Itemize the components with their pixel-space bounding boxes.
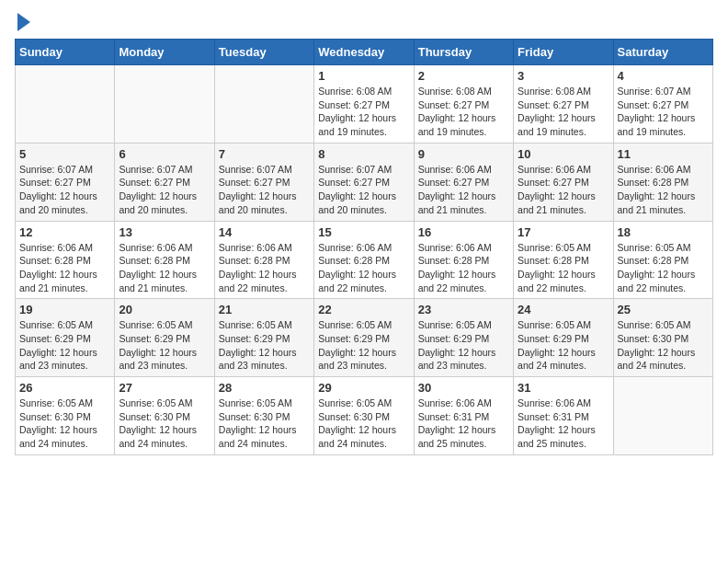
day-number: 23 — [418, 303, 509, 316]
day-number: 31 — [518, 381, 609, 395]
calendar-cell: 24Sunrise: 6:05 AM Sunset: 6:29 PM Dayli… — [514, 299, 613, 377]
calendar-week-row: 19Sunrise: 6:05 AM Sunset: 6:29 PM Dayli… — [16, 299, 713, 377]
calendar-cell: 10Sunrise: 6:06 AM Sunset: 6:27 PM Dayli… — [514, 143, 613, 221]
calendar-cell: 29Sunrise: 6:05 AM Sunset: 6:30 PM Dayli… — [314, 377, 414, 455]
calendar-cell: 6Sunrise: 6:07 AM Sunset: 6:27 PM Daylig… — [115, 143, 214, 221]
logo — [15, 15, 30, 28]
day-info: Sunrise: 6:07 AM Sunset: 6:27 PM Dayligh… — [19, 163, 110, 217]
day-info: Sunrise: 6:06 AM Sunset: 6:27 PM Dayligh… — [518, 163, 609, 217]
day-number: 16 — [418, 225, 509, 239]
calendar-cell: 9Sunrise: 6:06 AM Sunset: 6:27 PM Daylig… — [414, 143, 513, 221]
calendar-cell: 12Sunrise: 6:06 AM Sunset: 6:28 PM Dayli… — [16, 221, 115, 299]
day-number: 21 — [219, 303, 310, 316]
day-info: Sunrise: 6:05 AM Sunset: 6:30 PM Dayligh… — [19, 396, 110, 451]
calendar-header-monday: Monday — [115, 40, 214, 65]
day-number: 1 — [318, 69, 409, 83]
day-info: Sunrise: 6:05 AM Sunset: 6:30 PM Dayligh… — [219, 396, 310, 451]
calendar-cell: 16Sunrise: 6:06 AM Sunset: 6:28 PM Dayli… — [414, 221, 513, 299]
calendar-cell — [16, 65, 115, 144]
day-info: Sunrise: 6:06 AM Sunset: 6:31 PM Dayligh… — [518, 396, 609, 451]
calendar-cell: 4Sunrise: 6:07 AM Sunset: 6:27 PM Daylig… — [613, 65, 712, 144]
day-info: Sunrise: 6:05 AM Sunset: 6:29 PM Dayligh… — [19, 318, 110, 373]
day-number: 7 — [219, 147, 310, 161]
day-info: Sunrise: 6:06 AM Sunset: 6:28 PM Dayligh… — [618, 163, 709, 217]
calendar-cell: 30Sunrise: 6:06 AM Sunset: 6:31 PM Dayli… — [414, 377, 513, 455]
calendar-header-friday: Friday — [514, 40, 613, 65]
day-info: Sunrise: 6:06 AM Sunset: 6:28 PM Dayligh… — [219, 241, 310, 295]
calendar-cell: 21Sunrise: 6:05 AM Sunset: 6:29 PM Dayli… — [214, 299, 313, 377]
day-number: 29 — [318, 381, 409, 395]
calendar-cell: 17Sunrise: 6:05 AM Sunset: 6:28 PM Dayli… — [514, 221, 613, 299]
calendar-cell — [115, 65, 214, 144]
page-header — [15, 15, 713, 28]
calendar-cell: 11Sunrise: 6:06 AM Sunset: 6:28 PM Dayli… — [613, 143, 712, 221]
calendar-week-row: 1Sunrise: 6:08 AM Sunset: 6:27 PM Daylig… — [16, 65, 713, 144]
calendar-header-thursday: Thursday — [414, 40, 513, 65]
calendar-cell: 5Sunrise: 6:07 AM Sunset: 6:27 PM Daylig… — [16, 143, 115, 221]
day-number: 30 — [418, 381, 509, 395]
calendar-week-row: 5Sunrise: 6:07 AM Sunset: 6:27 PM Daylig… — [16, 143, 713, 221]
day-info: Sunrise: 6:05 AM Sunset: 6:30 PM Dayligh… — [119, 396, 210, 451]
day-number: 27 — [119, 381, 210, 395]
day-number: 15 — [318, 225, 409, 239]
calendar-cell: 14Sunrise: 6:06 AM Sunset: 6:28 PM Dayli… — [214, 221, 313, 299]
day-info: Sunrise: 6:05 AM Sunset: 6:29 PM Dayligh… — [119, 318, 210, 373]
calendar-cell: 3Sunrise: 6:08 AM Sunset: 6:27 PM Daylig… — [514, 65, 613, 144]
day-number: 10 — [518, 147, 609, 161]
day-info: Sunrise: 6:05 AM Sunset: 6:29 PM Dayligh… — [518, 318, 609, 373]
day-info: Sunrise: 6:05 AM Sunset: 6:30 PM Dayligh… — [318, 396, 409, 451]
calendar-cell: 7Sunrise: 6:07 AM Sunset: 6:27 PM Daylig… — [214, 143, 313, 221]
day-number: 6 — [119, 147, 210, 161]
calendar-cell — [613, 377, 712, 455]
day-info: Sunrise: 6:07 AM Sunset: 6:27 PM Dayligh… — [318, 163, 409, 217]
calendar-cell: 1Sunrise: 6:08 AM Sunset: 6:27 PM Daylig… — [314, 65, 414, 144]
calendar-cell: 8Sunrise: 6:07 AM Sunset: 6:27 PM Daylig… — [314, 143, 414, 221]
day-number: 11 — [618, 147, 709, 161]
calendar-cell: 31Sunrise: 6:06 AM Sunset: 6:31 PM Dayli… — [514, 377, 613, 455]
day-info: Sunrise: 6:05 AM Sunset: 6:30 PM Dayligh… — [618, 318, 709, 373]
day-info: Sunrise: 6:06 AM Sunset: 6:28 PM Dayligh… — [119, 241, 210, 295]
day-number: 4 — [618, 69, 709, 83]
calendar-cell: 13Sunrise: 6:06 AM Sunset: 6:28 PM Dayli… — [115, 221, 214, 299]
day-number: 13 — [119, 225, 210, 239]
day-info: Sunrise: 6:05 AM Sunset: 6:28 PM Dayligh… — [518, 241, 609, 295]
calendar-cell: 20Sunrise: 6:05 AM Sunset: 6:29 PM Dayli… — [115, 299, 214, 377]
day-number: 5 — [19, 147, 110, 161]
day-number: 12 — [19, 225, 110, 239]
day-info: Sunrise: 6:05 AM Sunset: 6:29 PM Dayligh… — [318, 318, 409, 373]
calendar-cell: 27Sunrise: 6:05 AM Sunset: 6:30 PM Dayli… — [115, 377, 214, 455]
calendar-header-tuesday: Tuesday — [214, 40, 313, 65]
calendar-week-row: 26Sunrise: 6:05 AM Sunset: 6:30 PM Dayli… — [16, 377, 713, 455]
day-number: 18 — [618, 225, 709, 239]
day-info: Sunrise: 6:08 AM Sunset: 6:27 PM Dayligh… — [518, 85, 609, 139]
calendar-header-wednesday: Wednesday — [314, 40, 414, 65]
calendar-header-saturday: Saturday — [613, 40, 712, 65]
day-info: Sunrise: 6:07 AM Sunset: 6:27 PM Dayligh… — [219, 163, 310, 217]
calendar-cell: 25Sunrise: 6:05 AM Sunset: 6:30 PM Dayli… — [613, 299, 712, 377]
day-info: Sunrise: 6:06 AM Sunset: 6:28 PM Dayligh… — [19, 241, 110, 295]
calendar-cell: 15Sunrise: 6:06 AM Sunset: 6:28 PM Dayli… — [314, 221, 414, 299]
day-number: 2 — [418, 69, 509, 83]
day-info: Sunrise: 6:06 AM Sunset: 6:28 PM Dayligh… — [318, 241, 409, 295]
day-info: Sunrise: 6:05 AM Sunset: 6:29 PM Dayligh… — [418, 318, 509, 373]
day-info: Sunrise: 6:07 AM Sunset: 6:27 PM Dayligh… — [119, 163, 210, 217]
calendar-cell: 2Sunrise: 6:08 AM Sunset: 6:27 PM Daylig… — [414, 65, 513, 144]
calendar-cell: 22Sunrise: 6:05 AM Sunset: 6:29 PM Dayli… — [314, 299, 414, 377]
day-info: Sunrise: 6:06 AM Sunset: 6:28 PM Dayligh… — [418, 241, 509, 295]
day-number: 3 — [518, 69, 609, 83]
day-info: Sunrise: 6:05 AM Sunset: 6:29 PM Dayligh… — [219, 318, 310, 373]
day-info: Sunrise: 6:06 AM Sunset: 6:31 PM Dayligh… — [418, 396, 509, 451]
calendar-cell: 18Sunrise: 6:05 AM Sunset: 6:28 PM Dayli… — [613, 221, 712, 299]
day-number: 28 — [219, 381, 310, 395]
day-number: 8 — [318, 147, 409, 161]
calendar-header-sunday: Sunday — [16, 40, 115, 65]
calendar-cell: 26Sunrise: 6:05 AM Sunset: 6:30 PM Dayli… — [16, 377, 115, 455]
calendar-cell — [214, 65, 313, 144]
day-number: 20 — [119, 303, 210, 316]
calendar-table: SundayMondayTuesdayWednesdayThursdayFrid… — [15, 39, 713, 455]
calendar-header-row: SundayMondayTuesdayWednesdayThursdayFrid… — [16, 40, 713, 65]
day-info: Sunrise: 6:08 AM Sunset: 6:27 PM Dayligh… — [418, 85, 509, 139]
day-number: 14 — [219, 225, 310, 239]
calendar-cell: 28Sunrise: 6:05 AM Sunset: 6:30 PM Dayli… — [214, 377, 313, 455]
calendar-cell: 23Sunrise: 6:05 AM Sunset: 6:29 PM Dayli… — [414, 299, 513, 377]
